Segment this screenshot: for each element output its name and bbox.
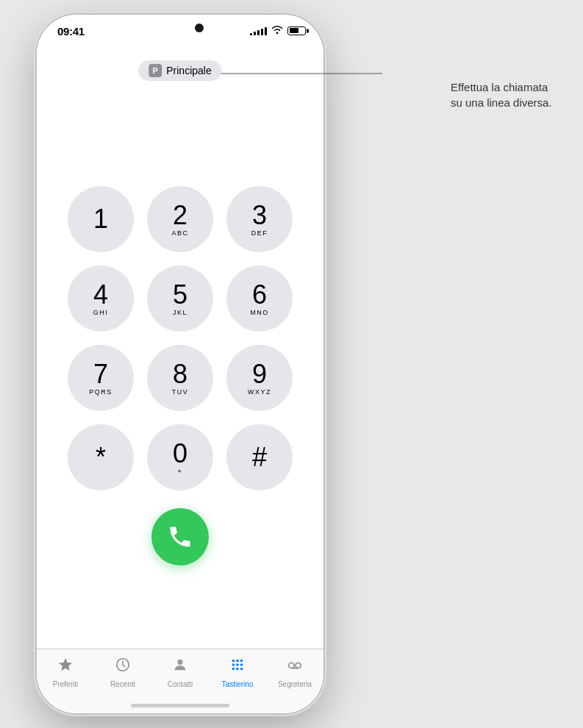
- key-1[interactable]: 1: [68, 186, 134, 252]
- key-8[interactable]: 8TUV: [147, 345, 213, 411]
- svg-point-6: [236, 663, 239, 666]
- segreteria-icon: [287, 657, 303, 677]
- contatti-icon: [172, 657, 188, 677]
- preferiti-icon: [57, 657, 74, 677]
- wifi-icon: [271, 25, 283, 36]
- contatti-label: Contatti: [168, 680, 193, 688]
- scene: 09:41: [0, 0, 583, 728]
- svg-point-7: [240, 663, 243, 666]
- key-5[interactable]: 5JKL: [147, 265, 213, 332]
- battery-icon: [287, 26, 306, 35]
- line-badge-letter: P: [149, 64, 162, 77]
- tastierino-label: Tastierino: [222, 680, 254, 688]
- tab-segreteria[interactable]: Segreteria: [266, 657, 323, 688]
- tab-preferiti[interactable]: Preferiti: [37, 657, 94, 688]
- key-2[interactable]: 2ABC: [147, 186, 213, 252]
- svg-point-12: [296, 663, 301, 668]
- svg-point-4: [240, 660, 243, 663]
- signal-bars-icon: [250, 26, 267, 35]
- svg-point-2: [232, 660, 235, 663]
- key-star[interactable]: *: [68, 424, 134, 490]
- key-3[interactable]: 3DEF: [226, 186, 293, 252]
- line-selector[interactable]: P Principale: [138, 60, 221, 81]
- preferiti-label: Preferiti: [53, 680, 78, 688]
- phone-frame: 09:41: [37, 15, 323, 713]
- keypad-wrapper: 12ABC3DEF4GHI5JKL6MNO7PQRS8TUV9WXYZ*0+#: [37, 103, 323, 649]
- tab-tastierino[interactable]: Tastierino: [209, 657, 266, 688]
- recenti-icon: [115, 657, 131, 677]
- svg-point-11: [289, 663, 294, 668]
- keypad-grid: 12ABC3DEF4GHI5JKL6MNO7PQRS8TUV9WXYZ*0+#: [68, 186, 293, 490]
- status-time: 09:41: [57, 25, 85, 38]
- svg-point-8: [232, 668, 235, 671]
- line-badge-label: Principale: [166, 65, 211, 76]
- line-badge[interactable]: P Principale: [138, 60, 221, 81]
- status-icons: [250, 25, 306, 36]
- recenti-label: Recenti: [110, 680, 135, 688]
- call-button-area: [151, 508, 209, 565]
- tab-contatti[interactable]: Contatti: [151, 657, 209, 688]
- key-9[interactable]: 9WXYZ: [226, 345, 293, 411]
- camera: [195, 24, 204, 32]
- key-hash[interactable]: #: [226, 424, 293, 490]
- tab-recenti[interactable]: Recenti: [94, 657, 151, 688]
- tastierino-icon: [229, 657, 246, 677]
- key-4[interactable]: 4GHI: [68, 265, 134, 332]
- svg-point-5: [232, 663, 235, 666]
- svg-point-3: [236, 660, 239, 663]
- svg-point-10: [240, 668, 243, 671]
- svg-point-1: [177, 660, 182, 665]
- key-7[interactable]: 7PQRS: [68, 345, 134, 411]
- phone-content: 09:41: [37, 15, 323, 713]
- key-0[interactable]: 0+: [147, 424, 213, 490]
- notch: [125, 15, 235, 40]
- segreteria-label: Segreteria: [278, 680, 312, 688]
- home-indicator: [131, 704, 229, 707]
- svg-point-9: [236, 668, 239, 671]
- annotation-text: Effettua la chiamatasu una linea diversa…: [451, 79, 568, 110]
- call-button[interactable]: [151, 508, 209, 565]
- key-6[interactable]: 6MNO: [226, 265, 293, 332]
